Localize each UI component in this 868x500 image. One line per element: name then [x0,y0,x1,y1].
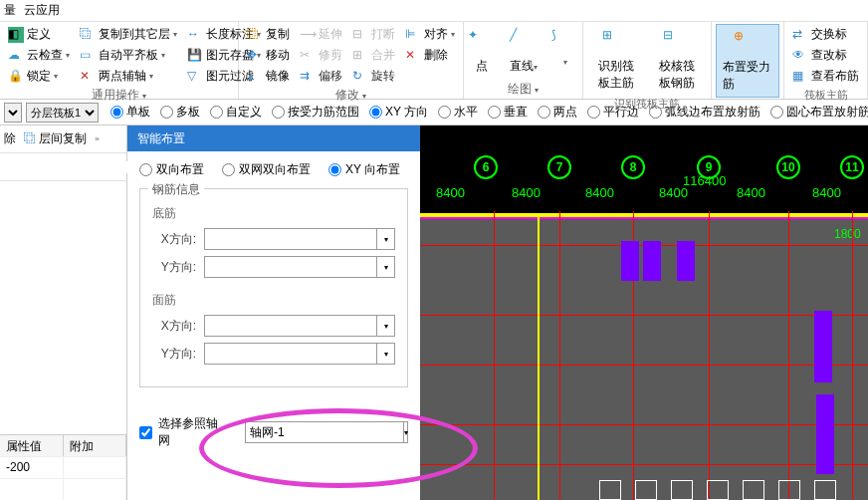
dimension-text: 8400 [512,185,541,200]
place-rebar-button[interactable]: ⊕布置受力筋 [716,24,779,98]
radio-horizontal[interactable]: 水平 [438,104,478,121]
axis-ref-checkbox[interactable] [139,426,152,439]
dropdown-icon: ▾ [376,344,394,364]
swap-label-button[interactable]: ⇄交换标 [788,24,863,45]
dropdown-icon: ▾ [376,229,394,249]
group-label: 通用操作 ▾ [4,87,234,103]
copy-between-tool[interactable]: ⿻ 层间复制 [24,130,87,147]
top-x-combo[interactable]: ▾ [204,315,395,337]
bottom-y-combo[interactable]: ▾ [204,256,395,278]
offset-button[interactable]: ⇉偏移 [296,66,346,87]
property-row[interactable] [0,478,126,500]
axis-bubble: 10 [776,155,800,179]
radio-by-range[interactable]: 按受力筋范围 [272,104,359,121]
copy-layer-button[interactable]: ⿻复制到其它层▾ [76,24,181,45]
delete-tool[interactable]: 除 [4,130,16,147]
radio-xy[interactable]: XY 方向 [369,104,428,121]
caret-select[interactable] [4,103,22,123]
axis-bubble: 8 [621,155,645,179]
trim-button: ✂修剪 [296,45,346,66]
align-button[interactable]: ⊫对齐▾ [401,24,459,45]
property-header: 属性值附加 [0,434,126,456]
rotate-button[interactable]: ↻旋转 [348,66,399,87]
dimension-text: 8400 [812,185,841,200]
point-tool[interactable]: ✦点 [462,24,502,81]
copy-button[interactable]: ⿻复制 [243,24,294,45]
dimension-text: 8400 [585,185,614,200]
dropdown-icon: ▾ [376,316,394,336]
lock-button[interactable]: 🔒锁定▾ [4,66,74,87]
radio-single[interactable]: 单板 [110,104,150,121]
radio-custom[interactable]: 自定义 [210,104,262,121]
view-rebar-button[interactable]: 👁查改标 [788,45,863,66]
group-label: 筏板主筋 [788,87,863,103]
radio-double-net[interactable]: 双网双向布置 [222,161,311,178]
dimension-text: 8400 [436,185,465,200]
view-layout-button[interactable]: ▦查看布筋 [788,66,863,87]
break-button: ⊟打断 [348,24,399,45]
radio-multi[interactable]: 多板 [160,104,200,121]
line-tool[interactable]: ╱直线▾ [504,24,543,81]
axis-bubble: 11 [840,155,864,179]
cloud-check-button[interactable]: ☁云检查▾ [4,45,74,66]
mirror-button[interactable]: ⟁镜像 [243,66,294,87]
dimension-text: 1800 [834,227,861,241]
group-label: 修改 ▾ [243,87,459,103]
bottom-rebar-label: 底筋 [152,205,395,222]
dimension-text: 8400 [737,185,765,200]
menu-item-measure[interactable]: 量 [4,2,16,19]
top-rebar-label: 面筋 [152,292,395,309]
dropdown-icon: ▾ [376,257,394,277]
radio-bidir[interactable]: 双向布置 [139,161,204,178]
axis-ref-label: 选择参照轴网 [158,415,225,449]
axis-combo[interactable]: ▾ [245,421,408,443]
radio-two-point[interactable]: 两点 [538,104,577,121]
radio-vertical[interactable]: 垂直 [488,104,528,121]
verify-rebar[interactable]: ⊟校核筏板钢筋 [648,24,707,96]
panel-title: 智能布置 [127,125,420,151]
dropdown-icon: ▾ [403,422,408,442]
group-label: 绘图 ▾ [468,81,578,97]
top-y-combo[interactable]: ▾ [204,343,395,365]
axis-bubble: 7 [547,155,571,179]
property-row[interactable]: -200 [0,456,126,478]
bottom-x-combo[interactable]: ▾ [204,228,395,250]
axis-bubble: 6 [474,155,498,179]
drawing-canvas[interactable]: 6789101184008400840084001164008400840018… [420,125,868,500]
merge-button: ⊞合并 [348,45,399,66]
search-input[interactable] [4,161,141,173]
dimension-text: 116400 [683,173,726,188]
group-label: 识别筏板主筋 [587,96,707,112]
curve-tool[interactable]: ⟆▾ [545,24,585,81]
move-button[interactable]: ✥移动 [243,45,294,66]
auto-level-button[interactable]: ▭自动平齐板▾ [76,45,181,66]
radio-center[interactable]: 圆心布置放射筋 [770,104,868,121]
define-button[interactable]: ◧定义 [4,24,74,45]
extend-button: ⟶延伸 [296,24,346,45]
identify-rebar[interactable]: ⊞识别筏板主筋 [587,24,646,96]
layer-select[interactable]: 分层筏板1 [26,103,99,123]
axis-helper-button[interactable]: ✕两点辅轴▾ [76,66,181,87]
fieldset-legend: 钢筋信息 [148,181,204,198]
menu-item-cloud[interactable]: 云应用 [24,2,60,19]
radio-xy-layout[interactable]: XY 向布置 [328,161,400,178]
delete-button[interactable]: ✕删除 [401,45,459,66]
